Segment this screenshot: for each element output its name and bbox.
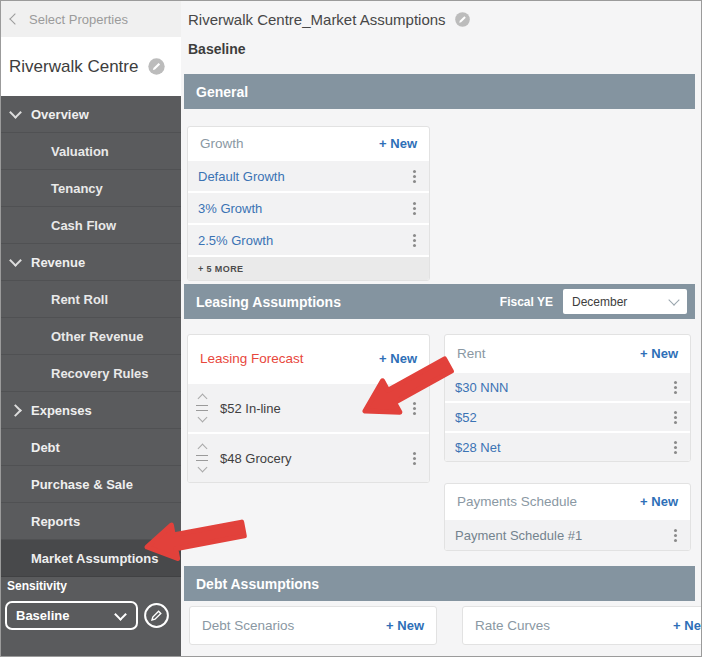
sidebar-item-other-revenue[interactable]: Other Revenue bbox=[1, 318, 181, 355]
back-chevron-icon bbox=[9, 13, 20, 24]
sidebar-item-cash-flow[interactable]: Cash Flow bbox=[1, 207, 181, 244]
rate-curves-card: Rate Curves + New bbox=[462, 606, 702, 645]
list-item-label[interactable]: $28 Net bbox=[455, 440, 501, 455]
sidebar-nav: Overview Valuation Tenancy Cash Flow Rev… bbox=[1, 96, 181, 577]
growth-new-button[interactable]: + New bbox=[379, 136, 417, 151]
nav-label: Recovery Rules bbox=[51, 366, 149, 381]
fiscal-ye-value: December bbox=[572, 295, 627, 309]
title-row: Riverwalk Centre_Market Assumptions bbox=[188, 11, 471, 28]
sensitivity-label: Sensitivity bbox=[1, 579, 181, 593]
kebab-menu-icon[interactable] bbox=[671, 408, 680, 427]
sidebar-item-valuation[interactable]: Valuation bbox=[1, 133, 181, 170]
back-to-select-properties[interactable]: Select Properties bbox=[1, 1, 181, 37]
card-title: Payments Schedule bbox=[457, 494, 577, 509]
nav-label: Debt bbox=[31, 440, 60, 455]
sidebar-item-overview[interactable]: Overview bbox=[1, 96, 181, 133]
sidebar-item-purchase-sale[interactable]: Purchase & Sale bbox=[1, 466, 181, 503]
rent-new-button[interactable]: + New bbox=[640, 346, 678, 361]
chevron-down-icon bbox=[9, 254, 22, 267]
list-item-label[interactable]: 3% Growth bbox=[198, 201, 262, 216]
scenario-subtitle: Baseline bbox=[188, 41, 246, 57]
list-item[interactable]: $48 Grocery bbox=[188, 432, 429, 482]
edit-sensitivity-pencil-icon[interactable] bbox=[143, 602, 170, 629]
sidebar-item-recovery-rules[interactable]: Recovery Rules bbox=[1, 355, 181, 392]
property-name: Riverwalk Centre bbox=[9, 57, 138, 77]
sensitivity-block: Sensitivity Baseline bbox=[1, 579, 181, 593]
section-title: General bbox=[196, 84, 248, 100]
sidebar-item-market-assumptions[interactable]: Market Assumptions bbox=[1, 540, 181, 577]
fiscal-ye-group: Fiscal YE December bbox=[500, 289, 695, 314]
fiscal-ye-select[interactable]: December bbox=[563, 289, 687, 314]
drag-handle-icon[interactable] bbox=[196, 445, 208, 471]
kebab-menu-icon[interactable] bbox=[410, 231, 419, 250]
main-content: Riverwalk Centre_Market Assumptions Base… bbox=[181, 1, 701, 656]
list-item[interactable]: $52 In-line bbox=[188, 382, 429, 432]
nav-label: Tenancy bbox=[51, 181, 103, 196]
list-item[interactable]: 3% Growth bbox=[188, 191, 429, 223]
list-item[interactable]: $30 NNN bbox=[445, 371, 690, 401]
kebab-menu-icon[interactable] bbox=[410, 399, 419, 418]
list-item-label[interactable]: Default Growth bbox=[198, 169, 285, 184]
sidebar-item-debt[interactable]: Debt bbox=[1, 429, 181, 466]
list-item-label[interactable]: $48 Grocery bbox=[220, 451, 292, 466]
leasing-forecast-header: Leasing Forecast + New bbox=[188, 335, 429, 382]
sensitivity-select[interactable]: Baseline bbox=[5, 601, 138, 630]
section-title: Debt Assumptions bbox=[196, 576, 319, 592]
card-title: Rent bbox=[457, 346, 486, 361]
card-title: Rate Curves bbox=[475, 618, 550, 633]
drag-handle-icon[interactable] bbox=[196, 395, 208, 421]
kebab-menu-icon[interactable] bbox=[671, 438, 680, 457]
sidebar: Select Properties Riverwalk Centre Overv… bbox=[1, 1, 181, 656]
list-item-label[interactable]: Payment Schedule #1 bbox=[455, 528, 582, 543]
list-item-label[interactable]: $30 NNN bbox=[455, 380, 508, 395]
debt-scenarios-header: Debt Scenarios + New bbox=[190, 607, 436, 644]
list-item[interactable]: $28 Net bbox=[445, 431, 690, 461]
leasing-forecast-new-button[interactable]: + New bbox=[379, 351, 417, 366]
property-header: Riverwalk Centre bbox=[1, 37, 181, 96]
kebab-menu-icon[interactable] bbox=[410, 449, 419, 468]
kebab-menu-icon[interactable] bbox=[410, 167, 419, 186]
edit-title-pencil-icon[interactable] bbox=[454, 11, 471, 28]
card-title: Debt Scenarios bbox=[202, 618, 294, 633]
sidebar-item-tenancy[interactable]: Tenancy bbox=[1, 170, 181, 207]
sidebar-item-expenses[interactable]: Expenses bbox=[1, 392, 181, 429]
back-label: Select Properties bbox=[29, 12, 128, 27]
growth-card: Growth + New Default Growth 3% Growth 2.… bbox=[187, 126, 430, 281]
list-item[interactable]: Default Growth bbox=[188, 159, 429, 191]
sidebar-item-revenue[interactable]: Revenue bbox=[1, 244, 181, 281]
sidebar-item-rent-roll[interactable]: Rent Roll bbox=[1, 281, 181, 318]
sensitivity-value: Baseline bbox=[16, 608, 69, 623]
payments-schedule-header: Payments Schedule + New bbox=[445, 484, 690, 518]
nav-label: Market Assumptions bbox=[31, 551, 158, 566]
list-item-label[interactable]: 2.5% Growth bbox=[198, 233, 273, 248]
page-title: Riverwalk Centre_Market Assumptions bbox=[188, 11, 446, 28]
payments-new-button[interactable]: + New bbox=[640, 494, 678, 509]
chevron-down-icon bbox=[114, 608, 127, 621]
leasing-forecast-card: Leasing Forecast + New $52 In-line $48 G… bbox=[187, 334, 430, 483]
rent-card-header: Rent + New bbox=[445, 335, 690, 371]
section-header-general: General bbox=[184, 74, 695, 109]
debt-scenarios-new-button[interactable]: + New bbox=[386, 618, 424, 633]
list-item[interactable]: $52 bbox=[445, 401, 690, 431]
nav-label: Cash Flow bbox=[51, 218, 116, 233]
kebab-menu-icon[interactable] bbox=[410, 199, 419, 218]
nav-label: Expenses bbox=[31, 403, 92, 418]
list-item-label[interactable]: $52 bbox=[455, 410, 477, 425]
list-item[interactable]: 2.5% Growth bbox=[188, 223, 429, 255]
sidebar-item-reports[interactable]: Reports bbox=[1, 503, 181, 540]
nav-label: Overview bbox=[31, 107, 89, 122]
app-window: Select Properties Riverwalk Centre Overv… bbox=[0, 0, 702, 657]
nav-label: Rent Roll bbox=[51, 292, 108, 307]
kebab-menu-icon[interactable] bbox=[671, 378, 680, 397]
section-header-debt-assumptions: Debt Assumptions bbox=[184, 566, 695, 601]
nav-label: Purchase & Sale bbox=[31, 477, 133, 492]
list-item[interactable]: Payment Schedule #1 bbox=[445, 518, 690, 550]
edit-property-pencil-icon[interactable] bbox=[147, 57, 166, 76]
chevron-down-icon bbox=[668, 294, 679, 305]
list-item-label[interactable]: $52 In-line bbox=[220, 401, 281, 416]
debt-scenarios-card: Debt Scenarios + New bbox=[189, 606, 437, 645]
kebab-menu-icon[interactable] bbox=[671, 526, 680, 545]
growth-card-header: Growth + New bbox=[188, 127, 429, 159]
rate-curves-new-button[interactable]: + New bbox=[673, 618, 702, 633]
growth-more-button[interactable]: + 5 MORE bbox=[188, 255, 429, 280]
